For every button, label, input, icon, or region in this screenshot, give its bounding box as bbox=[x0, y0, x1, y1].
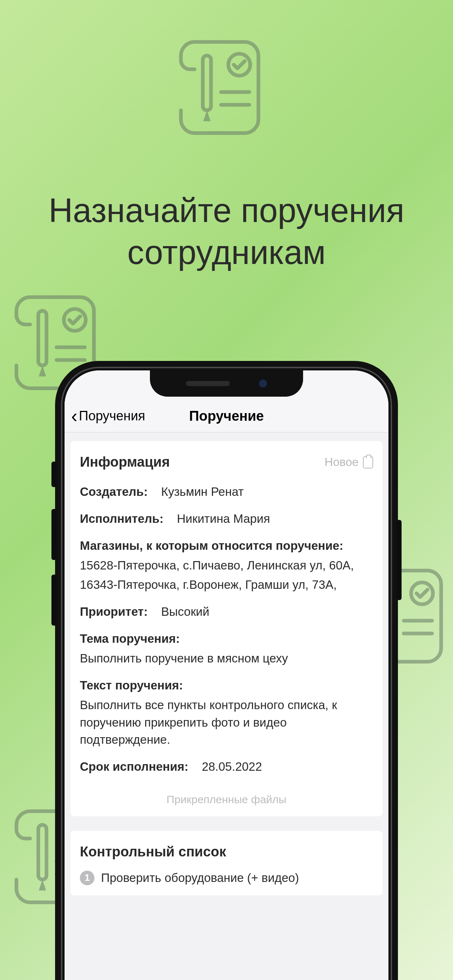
clipboard-icon bbox=[363, 456, 373, 468]
phone-side-button bbox=[396, 520, 402, 600]
checklist-item-number: 1 bbox=[80, 870, 94, 885]
checklist-item[interactable]: 1 Проверить оборудование (+ видео) bbox=[80, 869, 373, 887]
phone-mock: ‹ Поручения Поручение Информация Новое bbox=[55, 361, 398, 980]
promo-headline: Назначайте поручения сотрудникам bbox=[0, 189, 453, 274]
priority-value: Высокий bbox=[161, 605, 209, 618]
status-badge: Новое bbox=[325, 453, 373, 470]
phone-notch bbox=[150, 371, 303, 397]
checklist-item-text: Проверить оборудование (+ видео) bbox=[101, 869, 299, 887]
page-title: Поручение bbox=[65, 408, 388, 424]
subject-value: Выполнить поручение в мясном цеху bbox=[80, 650, 373, 667]
phone-side-button bbox=[51, 509, 57, 560]
creator-label: Создатель: bbox=[80, 485, 148, 498]
stores-line-1: 15628-Пятерочка, с.Пичаево, Ленинская ул… bbox=[80, 557, 373, 574]
priority-label: Приоритет: bbox=[80, 605, 148, 618]
assignee-value: Никитина Мария bbox=[177, 512, 270, 525]
promo-headline-line2: сотрудникам bbox=[127, 234, 326, 271]
status-label: Новое bbox=[325, 453, 359, 470]
scroll-pencil-icon bbox=[172, 33, 281, 142]
assignee-label: Исполнитель: bbox=[80, 512, 163, 525]
info-card: Информация Новое Создатель: Кузьмин Рена… bbox=[70, 441, 383, 816]
body-label: Текст поручения: bbox=[80, 677, 373, 694]
stores-line-2: 16343-Пятерочка, г.Воронеж, Грамши ул, 7… bbox=[80, 576, 373, 593]
info-card-title: Информация bbox=[80, 452, 170, 472]
checklist-title: Контрольный список bbox=[80, 842, 226, 862]
phone-side-button bbox=[51, 461, 57, 487]
body-value: Выполнить все пункты контрольного списка… bbox=[80, 696, 373, 749]
promo-headline-line1: Назначайте поручения bbox=[48, 192, 404, 229]
deadline-label: Срок исполнения: bbox=[80, 760, 188, 773]
deadline-value: 28.05.2022 bbox=[202, 760, 262, 773]
attachments-label[interactable]: Прикрепленные файлы bbox=[80, 785, 373, 808]
checklist-card: Контрольный список 1 Проверить оборудова… bbox=[70, 831, 383, 896]
stores-label: Магазины, к которым относится поручение: bbox=[80, 537, 373, 555]
creator-value: Кузьмин Ренат bbox=[161, 485, 244, 498]
phone-side-button bbox=[51, 574, 57, 625]
subject-label: Тема поручения: bbox=[80, 630, 373, 648]
